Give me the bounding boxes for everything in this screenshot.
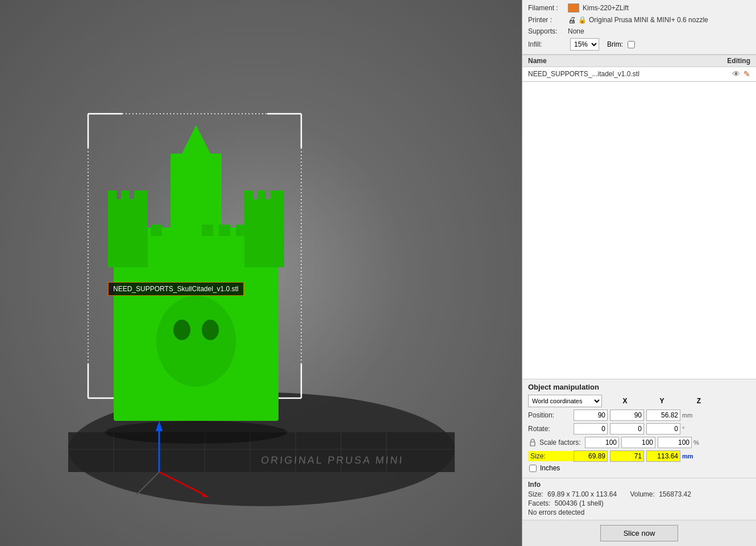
right-panel: Filament : Kims-220+ZLift Printer : 🖨 🔒 …: [522, 0, 756, 546]
infill-select[interactable]: 15% 5% 10% 20% 25% 30%: [570, 38, 599, 51]
info-section: Info Size: 69.89 x 71.00 x 113.64 Volume…: [522, 478, 756, 520]
slice-button-area: Slice now: [522, 520, 756, 546]
slice-now-button[interactable]: Slice now: [600, 525, 679, 541]
svg-rect-20: [121, 191, 130, 205]
svg-rect-29: [117, 225, 128, 236]
position-y-input[interactable]: [610, 410, 644, 421]
filament-color-swatch[interactable]: [568, 3, 579, 13]
size-unit: mm: [682, 453, 693, 460]
scale-z-input[interactable]: [658, 437, 692, 448]
model-label: NEED_SUPPORTS_SkullCitadel_v1.0.stl: [108, 282, 244, 296]
scale-x-input[interactable]: [585, 437, 619, 448]
scale-label: Scale factors:: [539, 439, 585, 446]
inches-row: Inches: [528, 464, 750, 472]
size-z-input[interactable]: [646, 450, 680, 462]
position-unit: mm: [682, 412, 693, 419]
rotate-x-input[interactable]: [574, 423, 608, 435]
svg-point-0: [68, 392, 455, 506]
info-size-value: 69.89 x 71.00 x 113.64: [547, 490, 617, 498]
filament-name: Kims-220+ZLift: [583, 4, 629, 12]
svg-rect-31: [151, 225, 162, 236]
rotate-y-input[interactable]: [610, 423, 644, 435]
lock-icon: 🔒: [578, 16, 587, 24]
supports-value: None: [568, 27, 584, 35]
object-actions: 👁 ✎: [732, 69, 750, 78]
svg-rect-43: [530, 442, 535, 446]
svg-point-28: [202, 320, 219, 340]
rotate-unit: °: [682, 425, 693, 432]
coord-mode-select[interactable]: World coordinates Local coordinates: [528, 395, 602, 407]
filament-label: Filament :: [528, 4, 568, 12]
svg-marker-39: [156, 421, 163, 431]
svg-line-40: [159, 472, 205, 495]
brim-label: Brim:: [607, 40, 623, 48]
svg-rect-35: [253, 225, 264, 236]
svg-rect-36: [270, 225, 281, 236]
svg-rect-14: [114, 228, 279, 421]
svg-marker-17: [182, 125, 210, 154]
scale-unit: %: [693, 439, 705, 446]
inches-label: Inches: [540, 464, 560, 472]
viewport-3d[interactable]: ORIGINAL PRUSA MINI: [0, 0, 522, 546]
position-z-input[interactable]: [646, 410, 680, 421]
scale-row: Scale factors: %: [528, 437, 750, 448]
size-y-input[interactable]: [610, 450, 644, 462]
object-list: Name Editing NEED_SUPPORTS_...itadel_v1.…: [522, 55, 756, 82]
svg-rect-34: [236, 225, 247, 236]
info-title: Info: [528, 481, 750, 489]
brim-checkbox[interactable]: [628, 41, 635, 48]
svg-rect-21: [134, 191, 148, 205]
y-header: Y: [643, 397, 680, 405]
coord-row: World coordinates Local coordinates X Y …: [528, 395, 750, 407]
lock-proportional-icon[interactable]: [528, 438, 537, 447]
col-name-header: Name: [528, 57, 705, 65]
position-label: Position:: [528, 411, 574, 419]
manipulation-section: Object manipulation World coordinates Lo…: [522, 379, 756, 478]
svg-rect-16: [171, 154, 222, 267]
table-row[interactable]: NEED_SUPPORTS_...itadel_v1.0.stl 👁 ✎: [522, 67, 756, 81]
supports-row: Supports: None: [528, 27, 750, 35]
size-row: Size: mm: [528, 450, 750, 462]
edit-icon[interactable]: ✎: [743, 69, 750, 78]
infill-label: Infill:: [528, 40, 568, 48]
scale-y-input[interactable]: [621, 437, 655, 448]
svg-rect-19: [108, 191, 117, 205]
svg-rect-15: [114, 228, 279, 421]
svg-point-27: [173, 320, 190, 340]
info-facets-value: 500436 (1 shell): [555, 499, 604, 507]
infill-row: Infill: 15% 5% 10% 20% 25% 30% Brim:: [528, 38, 750, 51]
svg-rect-22: [244, 199, 284, 267]
svg-point-26: [156, 296, 236, 387]
info-errors-line: No errors detected: [528, 508, 750, 516]
svg-rect-32: [202, 225, 213, 236]
top-settings: Filament : Kims-220+ZLift Printer : 🖨 🔒 …: [522, 0, 756, 55]
inches-checkbox[interactable]: [529, 465, 537, 472]
z-header: Z: [680, 397, 717, 405]
rotate-z-input[interactable]: [646, 423, 680, 435]
empty-area: [522, 82, 756, 379]
printer-label: Printer :: [528, 16, 568, 24]
eye-icon[interactable]: 👁: [732, 69, 740, 78]
svg-rect-25: [271, 191, 284, 205]
info-facets-label: Facets:: [528, 499, 550, 507]
object-table-header: Name Editing: [522, 55, 756, 67]
printer-icon: 🖨: [568, 15, 576, 24]
svg-rect-24: [257, 191, 266, 205]
position-row: Position: mm: [528, 410, 750, 421]
object-name: NEED_SUPPORTS_...itadel_v1.0.stl: [528, 70, 732, 78]
supports-label: Supports:: [528, 27, 568, 35]
x-header: X: [607, 397, 643, 405]
svg-rect-18: [108, 199, 148, 267]
info-volume-label: Volume:: [630, 490, 654, 498]
printer-row: Printer : 🖨 🔒 Original Prusa MINI & MINI…: [528, 15, 750, 24]
svg-point-37: [105, 421, 287, 444]
size-label: Size:: [528, 451, 574, 461]
info-volume-value: 156873.42: [659, 490, 691, 498]
position-x-input[interactable]: [574, 410, 608, 421]
info-facets-line: Facets: 500436 (1 shell): [528, 499, 750, 507]
size-x-input[interactable]: [574, 450, 608, 462]
svg-rect-30: [134, 225, 145, 236]
svg-text:ORIGINAL PRUSA MINI: ORIGINAL PRUSA MINI: [260, 454, 404, 466]
rotate-label: Rotate:: [528, 425, 574, 433]
info-size-line: Size: 69.89 x 71.00 x 113.64 Volume: 156…: [528, 490, 750, 498]
